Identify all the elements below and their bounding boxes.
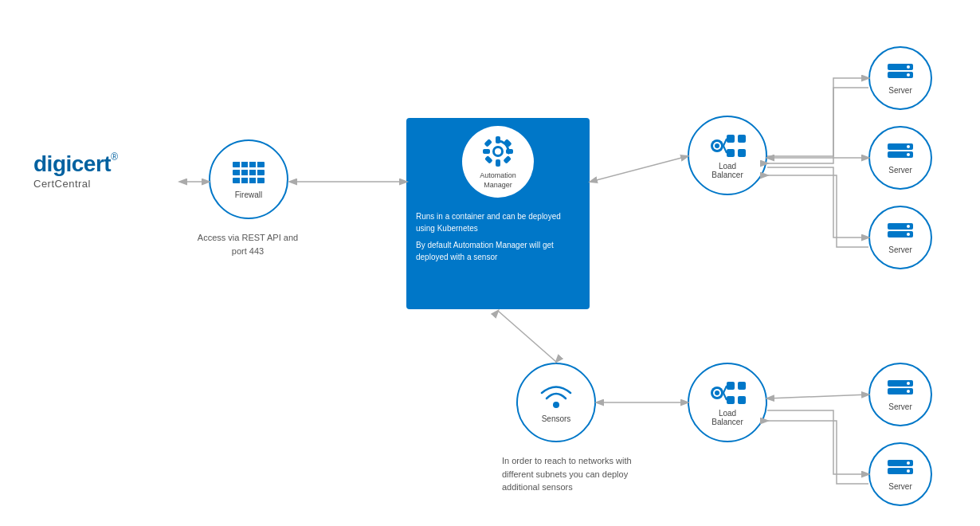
svg-point-19: [715, 143, 719, 148]
server-top2-icon: [886, 142, 915, 164]
svg-rect-42: [727, 382, 735, 390]
automation-circle-label: AutomationManager: [480, 171, 516, 190]
server-top1-icon: [886, 62, 915, 84]
svg-rect-22: [738, 135, 746, 143]
svg-point-41: [715, 391, 719, 395]
svg-line-25: [723, 146, 727, 153]
svg-line-66: [767, 394, 868, 398]
svg-point-51: [907, 390, 910, 393]
svg-rect-9: [496, 159, 500, 167]
brand-name: digicert: [33, 151, 111, 177]
server-top1-label: Server: [888, 86, 911, 95]
svg-rect-45: [738, 396, 746, 404]
diagram: digicert ® CertCentral Access via REST A…: [0, 0, 980, 526]
sensors-node: Sensors: [516, 363, 596, 442]
svg-point-37: [907, 233, 910, 236]
server-bot1-label: Server: [888, 402, 911, 411]
server-top3-icon: [886, 222, 915, 244]
svg-point-36: [907, 225, 910, 228]
svg-point-29: [907, 73, 910, 77]
sensors-description: In order to reach to networks with diffe…: [502, 454, 645, 494]
load-balancer-bottom-icon: [709, 379, 746, 407]
load-balancer-bottom-node: Load Balancer: [688, 363, 767, 442]
svg-rect-15: [503, 155, 512, 164]
svg-point-55: [907, 469, 910, 473]
automation-manager-circle: AutomationManager: [462, 126, 534, 198]
server-top3-node: Server: [868, 206, 932, 269]
svg-line-24: [723, 139, 727, 146]
svg-rect-44: [738, 382, 746, 390]
svg-line-64: [498, 311, 556, 362]
lb-top-label: Load Balancer: [711, 162, 743, 179]
load-balancer-top-node: Load Balancer: [688, 116, 767, 195]
server-bot1-node: Server: [868, 363, 932, 426]
automation-desc1: Runs in a container and can be deployed …: [406, 204, 590, 237]
sensors-label: Sensors: [542, 414, 571, 423]
svg-point-33: [907, 153, 910, 156]
server-top2-label: Server: [888, 166, 911, 175]
svg-point-7: [495, 148, 501, 155]
load-balancer-top-icon: [709, 132, 746, 160]
svg-rect-43: [727, 396, 735, 404]
firewall-icon: [231, 160, 266, 189]
svg-rect-12: [484, 139, 492, 147]
svg-line-62: [590, 156, 688, 182]
automation-icon: [480, 133, 516, 170]
registered-mark: ®: [111, 151, 118, 163]
server-bot2-node: Server: [868, 442, 932, 506]
automation-manager-box: AutomationManager Runs in a container an…: [406, 118, 590, 309]
server-bot1-icon: [886, 379, 915, 401]
product-name: CertCentral: [33, 178, 91, 190]
svg-point-38: [553, 402, 559, 408]
svg-rect-10: [483, 149, 490, 154]
firewall-label: Firewall: [235, 190, 262, 199]
svg-rect-23: [738, 149, 746, 157]
svg-point-28: [907, 65, 910, 69]
server-bot2-label: Server: [888, 482, 911, 491]
server-top2-node: Server: [868, 126, 932, 190]
svg-point-54: [907, 461, 910, 465]
server-top1-node: Server: [868, 46, 932, 110]
svg-line-47: [723, 393, 727, 400]
digicert-logo: digicert ® CertCentral: [33, 151, 118, 190]
server-bot2-icon: [886, 458, 915, 481]
svg-point-50: [907, 382, 910, 385]
svg-rect-21: [727, 149, 735, 157]
access-label: Access via REST API and port 443: [196, 231, 300, 257]
sensors-icon: [539, 383, 574, 413]
svg-rect-20: [727, 135, 735, 143]
server-top3-label: Server: [888, 245, 911, 254]
automation-desc2: By default Automation Manager will get d…: [406, 237, 590, 266]
firewall-node: Firewall: [209, 139, 288, 219]
svg-line-46: [723, 386, 727, 393]
svg-point-32: [907, 145, 910, 148]
svg-rect-14: [484, 155, 493, 164]
lb-bottom-label: Load Balancer: [711, 409, 743, 426]
